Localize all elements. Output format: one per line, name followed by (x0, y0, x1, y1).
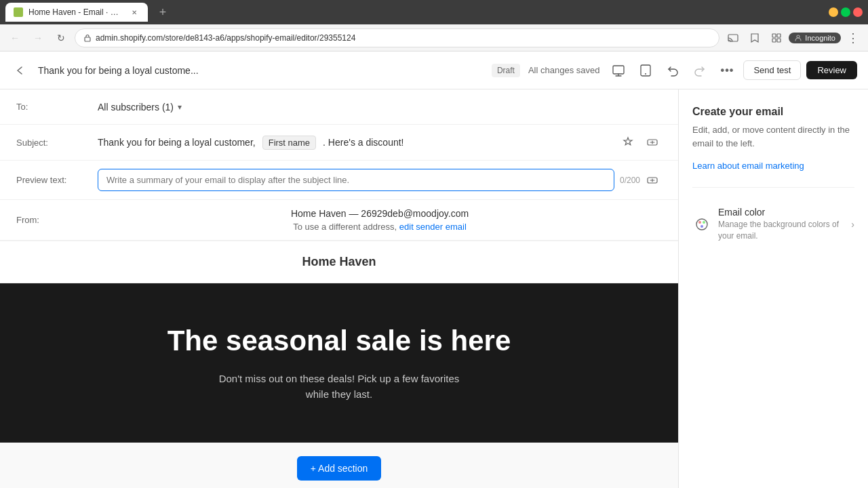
preview-label: Preview text: (16, 175, 98, 185)
svg-rect-0 (15, 9, 22, 16)
saved-status: All changes saved (528, 65, 600, 75)
color-chevron-icon: › (851, 219, 854, 230)
dropdown-icon: ▾ (178, 102, 182, 112)
add-section-button[interactable]: + Add section (297, 456, 381, 481)
to-subscribers: All subscribers (1) (98, 102, 174, 113)
maximize-button[interactable] (841, 7, 850, 17)
subject-label: Subject: (16, 138, 98, 148)
send-test-button[interactable]: Send test (743, 60, 801, 80)
email-hero-section[interactable]: The seasonal sale is here Don't miss out… (0, 283, 678, 443)
to-field-row: To: All subscribers (1) ▾ (0, 89, 678, 125)
bookmark-icon[interactable] (745, 28, 764, 47)
subject-suffix: . Here's a discount! (323, 137, 403, 148)
create-email-title: Create your email (692, 106, 854, 118)
lock-icon (83, 34, 92, 42)
edit-sender-link[interactable]: edit sender email (399, 222, 467, 232)
close-button[interactable] (853, 7, 863, 17)
redo-icon[interactable] (689, 60, 711, 81)
email-color-desc: Manage the background colors of your ema… (718, 219, 851, 242)
review-button[interactable]: Review (806, 61, 857, 79)
right-sidebar: Create your email Edit, add, or move con… (678, 89, 868, 488)
color-palette-icon (692, 215, 711, 234)
address-bar[interactable]: admin.shopify.com/store/de8143-a6/apps/s… (75, 28, 719, 47)
email-brand-name: Home Haven (0, 241, 678, 283)
back-button[interactable] (11, 61, 30, 80)
svg-rect-3 (772, 34, 776, 37)
menu-icon[interactable]: ⋮ (844, 28, 863, 47)
email-color-title: Email color (718, 207, 851, 218)
more-options-button[interactable]: ••• (716, 60, 738, 81)
hero-title: The seasonal sale is here (27, 324, 651, 358)
from-field-row: From: Home Haven — 26929deb@moodjoy.com … (0, 200, 678, 241)
refresh-button[interactable]: ↻ (52, 28, 71, 47)
subject-prefix: Thank you for being a loyal customer, (98, 137, 256, 148)
create-email-desc: Edit, add, or move content directly in t… (692, 123, 854, 150)
minimize-button[interactable] (829, 7, 838, 17)
preview-field-row: Preview text: 0/200 (0, 161, 678, 200)
preview-text-input[interactable] (98, 169, 614, 191)
learn-marketing-link[interactable]: Learn about email marketing (692, 161, 854, 171)
browser-tab[interactable]: Home Haven - Email · Shopify ✕ (5, 3, 148, 22)
subject-field-row: Subject: Thank you for being a loyal cus… (0, 125, 678, 161)
tab-favicon (14, 7, 23, 17)
forward-nav-button[interactable]: → (28, 28, 47, 47)
incognito-badge: Incognito (789, 33, 841, 43)
from-label: From: (16, 215, 98, 225)
draft-badge: Draft (492, 64, 520, 77)
to-value[interactable]: All subscribers (1) ▾ (98, 102, 662, 113)
to-label: To: (16, 102, 98, 112)
url-text: admin.shopify.com/store/de8143-a6/apps/s… (96, 33, 711, 43)
back-nav-button[interactable]: ← (5, 28, 24, 47)
svg-point-10 (645, 73, 646, 75)
subject-magic-icon[interactable] (618, 133, 637, 152)
email-color-row[interactable]: Email color Manage the background colors… (692, 199, 854, 250)
svg-point-16 (701, 225, 703, 228)
svg-rect-5 (772, 39, 776, 42)
incognito-label: Incognito (805, 34, 835, 42)
hero-subtitle: Don't miss out on these deals! Pick up a… (27, 371, 651, 402)
svg-rect-1 (85, 37, 90, 41)
svg-point-14 (698, 221, 701, 224)
undo-icon[interactable] (662, 60, 684, 81)
desktop-view-icon[interactable] (608, 60, 629, 81)
svg-rect-4 (777, 34, 781, 37)
svg-point-15 (703, 221, 705, 224)
preview-variable-icon[interactable] (643, 171, 662, 190)
subject-variable-icon[interactable] (643, 133, 662, 152)
email-title: Thank you for being a loyal custome... (38, 65, 484, 76)
from-change-text: To use a different address, edit sender … (293, 222, 467, 232)
cast-icon[interactable] (724, 28, 743, 47)
tab-title: Home Haven - Email · Shopify (28, 7, 123, 17)
preview-count: 0/200 (620, 176, 640, 185)
svg-rect-6 (777, 39, 781, 42)
mobile-view-icon[interactable] (635, 60, 656, 81)
from-name: Home Haven — 26929deb@moodjoy.com (291, 208, 469, 219)
tab-close-icon[interactable]: ✕ (129, 7, 140, 18)
subject-tag[interactable]: First name (262, 136, 316, 150)
new-tab-button[interactable]: + (153, 3, 172, 22)
svg-rect-8 (613, 66, 624, 74)
svg-point-13 (696, 219, 707, 230)
extensions-icon[interactable] (767, 28, 786, 47)
